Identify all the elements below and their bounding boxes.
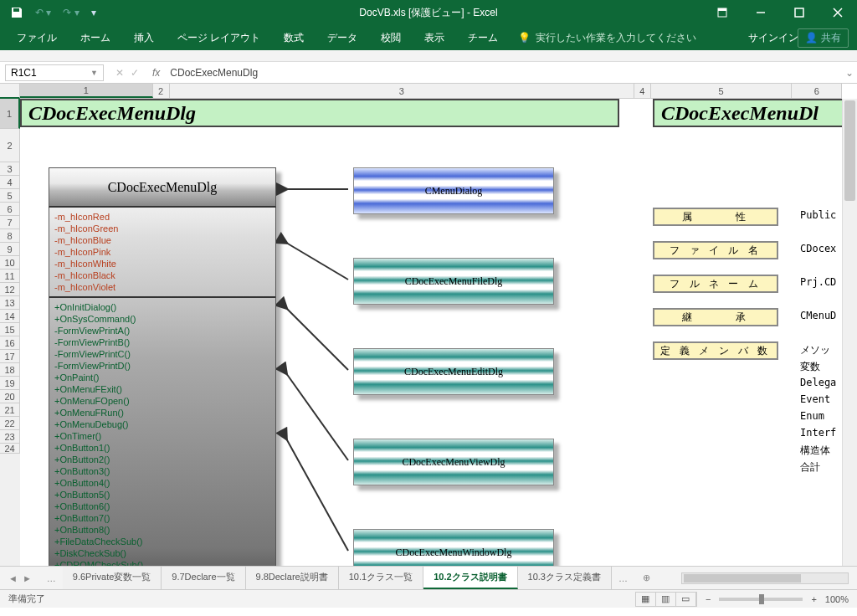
horizontal-scrollbar[interactable]	[681, 572, 849, 584]
redo-icon[interactable]: ↷ ▾	[63, 7, 79, 18]
row-header[interactable]: 11	[0, 270, 20, 283]
person-icon: 👤	[805, 32, 818, 44]
zoom-thumb[interactable]	[759, 594, 764, 604]
member-private: -m_hIconGreen	[54, 223, 270, 234]
sheet-prev-icon[interactable]: ◄	[8, 573, 18, 583]
row-header[interactable]: 18	[0, 363, 20, 377]
row-header[interactable]: 12	[0, 283, 20, 296]
sheet-more-right[interactable]: …	[612, 573, 634, 583]
row-header[interactable]: 10	[0, 256, 20, 270]
save-icon[interactable]	[10, 6, 23, 19]
tab-data[interactable]: データ	[316, 25, 369, 50]
member-public: +OnInitDialog()	[54, 301, 270, 313]
row-header[interactable]: 23	[0, 430, 20, 444]
row-header[interactable]: 21	[0, 403, 20, 417]
prop-value: 構造体	[800, 444, 830, 458]
select-all-corner[interactable]	[0, 84, 20, 99]
sheet-more-left[interactable]: …	[40, 573, 63, 583]
tab-formulas[interactable]: 数式	[272, 25, 316, 50]
row-header[interactable]: 9	[0, 243, 20, 256]
tab-home[interactable]: ホーム	[69, 25, 122, 50]
row-header[interactable]: 2	[0, 129, 20, 162]
tell-me[interactable]: 💡実行したい作業を入力してください	[518, 31, 696, 45]
row-header[interactable]: 7	[0, 216, 20, 229]
status-bar: 準備完了 ▦ ▥ ▭ − + 100%	[0, 589, 857, 608]
zoom-out-button[interactable]: −	[706, 594, 711, 604]
tab-file[interactable]: ファイル	[5, 25, 69, 50]
member-public: +OnMenuFExit()	[54, 383, 270, 395]
sheet-tab[interactable]: 10.3クラス定義書	[518, 567, 612, 589]
sheet-tab[interactable]: 9.6Private変数一覧	[63, 567, 162, 589]
sheet-tab[interactable]: 10.1クラス一覧	[339, 567, 423, 589]
add-sheet-button[interactable]: ⊕	[634, 572, 659, 583]
row-header[interactable]: 20	[0, 390, 20, 403]
qat-customize-icon[interactable]: ▾	[91, 7, 96, 18]
grid[interactable]: CDocExecMenuDlg CDocExecMenuDl CDocExecM…	[20, 99, 842, 566]
member-public: +OnPaint()	[54, 372, 270, 383]
tab-team[interactable]: チーム	[456, 25, 510, 50]
cancel-icon[interactable]: ✕	[115, 67, 124, 79]
scroll-thumb[interactable]	[844, 100, 855, 201]
minimize-button[interactable]	[742, 0, 780, 25]
row-header[interactable]: 3	[0, 162, 20, 176]
close-button[interactable]	[819, 0, 857, 25]
row-headers[interactable]: 123456789101112131415161718192021222324	[0, 99, 20, 566]
tab-insert[interactable]: 挿入	[122, 25, 166, 50]
sheet-next-icon[interactable]: ►	[23, 573, 32, 583]
ribbon-options-icon[interactable]	[703, 0, 742, 25]
prop-value: 変数	[800, 360, 820, 374]
formula-input[interactable]: CDocExecMenuDlg	[165, 65, 842, 80]
member-public: +DiskCheckSub()	[54, 547, 270, 559]
sheet-tab[interactable]: 10.2クラス説明書	[423, 567, 517, 589]
row-header[interactable]: 13	[0, 296, 20, 310]
undo-icon[interactable]: ↶ ▾	[35, 7, 51, 18]
class-members: -m_hIconRed-m_hIconGreen-m_hIconBlue-m_h…	[49, 208, 276, 566]
name-box[interactable]: R1C1▼	[5, 64, 104, 81]
tab-pagelayout[interactable]: ページ レイアウト	[166, 25, 272, 50]
column-headers[interactable]: 123456	[20, 84, 842, 99]
row-header[interactable]: 5	[0, 189, 20, 203]
prop-label: フ ル ネ ー ム	[653, 275, 778, 293]
sheet-tab[interactable]: 9.8Declare説明書	[246, 567, 339, 589]
tab-view[interactable]: 表示	[413, 25, 456, 50]
expand-formula-icon[interactable]: ⌄	[842, 67, 857, 79]
row-header[interactable]: 1	[0, 99, 20, 129]
row-header[interactable]: 16	[0, 336, 20, 350]
col-header[interactable]: 3	[170, 84, 634, 98]
col-header[interactable]: 1	[20, 84, 153, 98]
row-header[interactable]: 4	[0, 176, 20, 189]
tab-review[interactable]: 校閲	[369, 25, 413, 50]
row-header[interactable]: 22	[0, 417, 20, 430]
class-title: CDocExecMenuDlg	[49, 167, 276, 208]
col-header[interactable]: 5	[651, 84, 793, 98]
chevron-down-icon[interactable]: ▼	[90, 69, 98, 77]
col-header[interactable]: 6	[792, 84, 842, 98]
sheet-tab[interactable]: 9.7Declare一覧	[162, 567, 245, 589]
normal-view-button[interactable]: ▦	[636, 593, 656, 606]
enter-icon[interactable]: ✓	[131, 67, 139, 79]
scroll-thumb[interactable]	[684, 574, 801, 583]
col-header[interactable]: 4	[634, 84, 651, 98]
row-header[interactable]: 19	[0, 377, 20, 390]
vertical-scrollbar[interactable]	[842, 99, 857, 566]
page-break-button[interactable]: ▭	[676, 593, 696, 606]
row-header[interactable]: 8	[0, 229, 20, 243]
zoom-slider[interactable]	[719, 598, 803, 601]
sheet-nav[interactable]: ◄►	[0, 573, 40, 583]
zoom-in-button[interactable]: +	[811, 594, 816, 604]
page-layout-button[interactable]: ▥	[656, 593, 676, 606]
signin-link[interactable]: サインイン	[748, 31, 798, 45]
col-header[interactable]: 2	[153, 84, 170, 98]
share-button[interactable]: 👤共有	[798, 28, 849, 48]
fx-icon[interactable]: fx	[147, 67, 165, 79]
row-header[interactable]: 14	[0, 310, 20, 323]
member-public: +OnButton8()	[54, 524, 270, 536]
row-header[interactable]: 6	[0, 203, 20, 216]
row-header[interactable]: 24	[0, 444, 20, 454]
maximize-button[interactable]	[780, 0, 819, 25]
svg-line-9	[286, 373, 348, 460]
row-header[interactable]: 15	[0, 323, 20, 336]
prop-value: CMenuD	[800, 310, 836, 321]
worksheet[interactable]: 123456 123456789101112131415161718192021…	[0, 84, 857, 566]
row-header[interactable]: 17	[0, 350, 20, 363]
